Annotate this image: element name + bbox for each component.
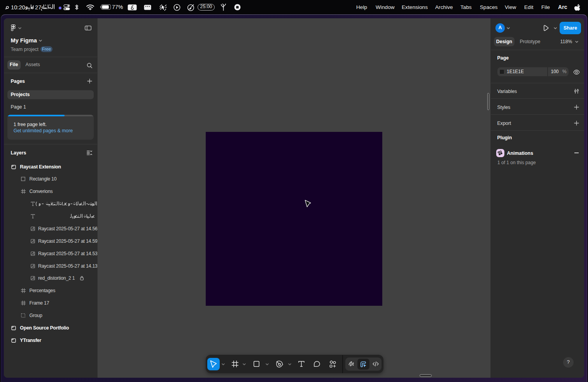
- svg-text:10:20: 10:20: [11, 4, 25, 11]
- svg-text:27: 27: [35, 4, 41, 11]
